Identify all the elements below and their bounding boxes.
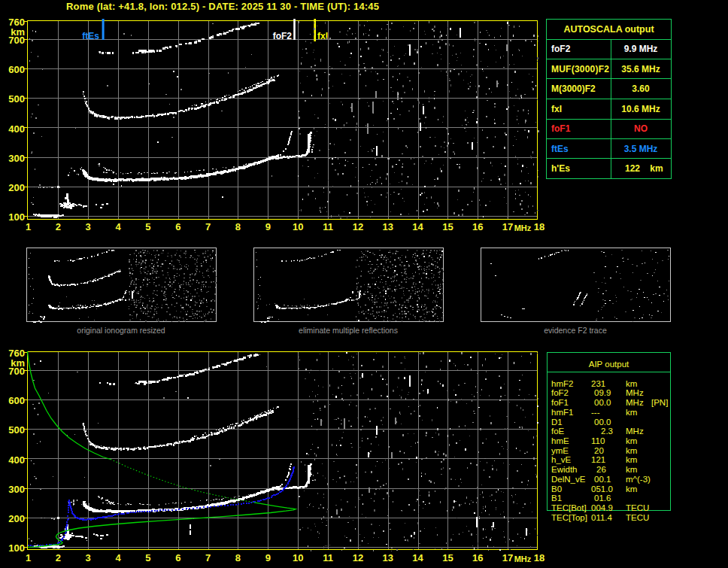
svg-text:09.9: 09.9 [594, 388, 611, 397]
svg-text:13: 13 [382, 552, 393, 563]
svg-text:14: 14 [412, 552, 423, 563]
svg-text:11: 11 [323, 221, 333, 232]
svg-text:500: 500 [8, 424, 25, 436]
svg-text:MHz: MHz [514, 223, 532, 232]
svg-text:400: 400 [8, 454, 25, 466]
svg-text:fxI: fxI [551, 104, 562, 114]
svg-text:DelN_vE: DelN_vE [551, 475, 586, 484]
svg-text:300: 300 [8, 484, 25, 495]
svg-text:TECU: TECU [626, 503, 649, 512]
svg-text:3.60: 3.60 [632, 84, 650, 94]
svg-text:18: 18 [534, 552, 544, 563]
svg-text:km: km [626, 436, 637, 445]
svg-text:18: 18 [534, 221, 544, 232]
svg-text:TECU: TECU [626, 513, 649, 522]
svg-text:h'Es: h'Es [551, 163, 570, 174]
svg-text:h_vE: h_vE [551, 455, 572, 464]
svg-text:km: km [626, 408, 637, 417]
svg-text:15: 15 [442, 552, 453, 563]
svg-text:foF1: foF1 [551, 398, 569, 407]
svg-text:10.6 MHz: 10.6 MHz [621, 104, 660, 114]
svg-text:km: km [626, 455, 637, 464]
svg-text:6: 6 [175, 552, 180, 563]
svg-text:original ionogram resized: original ionogram resized [77, 326, 165, 335]
svg-text:ftEs: ftEs [551, 144, 569, 154]
svg-text:2: 2 [56, 552, 61, 563]
svg-text:12: 12 [353, 552, 363, 563]
svg-text:3: 3 [86, 221, 91, 232]
svg-text:231: 231 [591, 379, 605, 388]
svg-text:hmE: hmE [551, 436, 569, 445]
svg-text:D1: D1 [551, 418, 563, 427]
svg-text:4: 4 [115, 552, 121, 563]
svg-text:35.6 MHz: 35.6 MHz [621, 64, 660, 74]
svg-text:3: 3 [86, 552, 91, 563]
svg-text:7: 7 [205, 552, 211, 563]
svg-text:km: km [650, 163, 663, 174]
svg-text:17: 17 [502, 552, 513, 563]
svg-text:9: 9 [265, 552, 271, 563]
svg-text:hmF1: hmF1 [551, 408, 573, 417]
svg-text:10: 10 [293, 221, 303, 232]
svg-text:AIP output: AIP output [589, 360, 629, 369]
svg-text:004.9: 004.9 [591, 503, 613, 512]
svg-text:MHz: MHz [626, 427, 644, 436]
svg-text:17: 17 [502, 221, 513, 232]
svg-text:6: 6 [175, 221, 180, 232]
svg-text:Ewidth: Ewidth [551, 465, 578, 474]
svg-text:B1: B1 [551, 494, 562, 503]
svg-text:ymE: ymE [551, 446, 569, 455]
svg-text:16: 16 [472, 221, 483, 232]
svg-text:km: km [626, 379, 637, 388]
svg-text:M(3000)F2: M(3000)F2 [551, 84, 596, 94]
svg-text:foF2: foF2 [551, 44, 571, 54]
svg-text:foE: foE [551, 427, 565, 436]
svg-text:m^(-3): m^(-3) [626, 475, 651, 484]
svg-text:100: 100 [8, 542, 25, 554]
svg-text:200: 200 [8, 182, 25, 193]
svg-text:km: km [626, 446, 637, 455]
svg-text:1: 1 [26, 221, 31, 232]
svg-text:Rome (lat: +41.8, lon: 012.5): Rome (lat: +41.8, lon: 012.5) - DATE: 20… [66, 1, 379, 12]
svg-text:eliminate multiple reflections: eliminate multiple reflections [299, 326, 398, 335]
svg-text:km: km [11, 26, 25, 38]
svg-text:600: 600 [8, 64, 25, 75]
svg-text:fxI: fxI [317, 31, 328, 41]
svg-text:MHz: MHz [626, 388, 644, 397]
svg-text:AUTOSCALA output: AUTOSCALA output [563, 24, 654, 35]
svg-text:400: 400 [8, 123, 25, 135]
svg-text:20: 20 [594, 446, 604, 455]
svg-text:5: 5 [145, 221, 150, 232]
svg-text:16: 16 [472, 552, 483, 563]
svg-text:TEC[Top]: TEC[Top] [551, 513, 587, 522]
svg-text:200: 200 [8, 513, 25, 524]
svg-text:500: 500 [8, 93, 25, 105]
svg-text:1: 1 [26, 552, 31, 563]
svg-text:evidence F2 trace: evidence F2 trace [544, 326, 607, 335]
svg-text:600: 600 [8, 395, 25, 406]
svg-text:122: 122 [625, 163, 640, 174]
svg-text:14: 14 [412, 221, 423, 232]
svg-text:3.5 MHz: 3.5 MHz [624, 144, 658, 154]
svg-text:5: 5 [145, 552, 150, 563]
svg-text:NO: NO [634, 123, 648, 134]
svg-text:foF2: foF2 [273, 31, 293, 41]
svg-text:MHz: MHz [514, 554, 532, 563]
svg-text:12: 12 [353, 221, 363, 232]
svg-text:hmF2: hmF2 [551, 379, 573, 388]
svg-text:foF2: foF2 [551, 388, 569, 397]
svg-text:00.0: 00.0 [594, 398, 611, 407]
svg-text:foF1: foF1 [551, 123, 571, 134]
svg-text:110: 110 [591, 436, 605, 445]
svg-text:26: 26 [596, 465, 606, 474]
svg-text:8: 8 [235, 221, 241, 232]
svg-text:B0: B0 [551, 484, 562, 494]
svg-text:100: 100 [8, 211, 25, 223]
svg-text:01.6: 01.6 [594, 494, 611, 503]
svg-text:MHz: MHz [626, 398, 644, 407]
svg-text:9: 9 [265, 221, 271, 232]
svg-text:121: 121 [591, 455, 605, 464]
svg-text:00.1: 00.1 [594, 475, 611, 484]
svg-text:11: 11 [323, 552, 333, 563]
svg-text:4: 4 [115, 221, 121, 232]
